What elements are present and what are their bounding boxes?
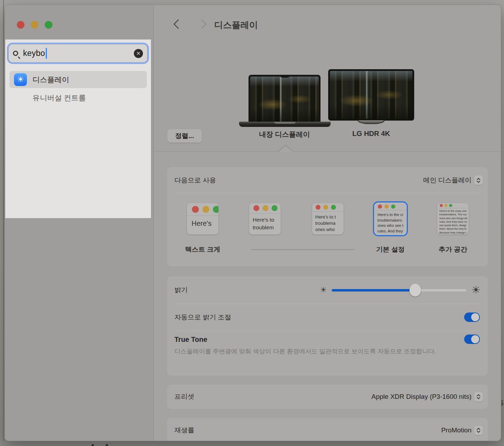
true-tone-label: True Tone bbox=[174, 336, 480, 344]
use-as-row: 다음으로 사용 메인 디스플레이 bbox=[167, 167, 488, 193]
monitor-stand bbox=[358, 120, 385, 124]
backdrop-terminal-strip: ssh-keygen bbox=[0, 441, 504, 446]
toggle-knob bbox=[471, 335, 479, 343]
display-brightness-icon: ☀ bbox=[14, 73, 27, 86]
resolution-option-larger-text[interactable]: Here's bbox=[187, 203, 218, 235]
brightness-row: 밝기 ☀ ☀ bbox=[167, 276, 488, 304]
resolution-option-more-space[interactable]: Here's to the crazy one troublemakers. T… bbox=[437, 203, 469, 235]
clear-search-icon[interactable]: ✕ bbox=[134, 49, 143, 58]
search-panel: keybo ✕ ☀ 디스플레이 유니버설 컨트롤 bbox=[5, 39, 151, 218]
option-label-default: 기본 설정 bbox=[364, 245, 417, 254]
brightness-slider[interactable] bbox=[332, 289, 466, 292]
sidebar-item-label: 디스플레이 bbox=[33, 75, 69, 85]
thumb-text: Here's to the cr troublemakers. ones who… bbox=[375, 210, 406, 234]
option-connector-line bbox=[251, 249, 355, 250]
row-divider bbox=[174, 193, 481, 193]
backdrop-window-edge bbox=[3, 0, 4, 446]
traffic-light-dot bbox=[253, 205, 259, 211]
use-as-dropdown[interactable] bbox=[474, 175, 483, 185]
true-tone-toggle[interactable] bbox=[464, 334, 480, 344]
traffic-light-dot bbox=[378, 204, 382, 209]
true-tone-row: True Tone 디스플레이를 주변광에 맞춰 색상이 다른 환경에서도 일관… bbox=[167, 331, 488, 375]
use-as-value: 메인 디스플레이 bbox=[423, 176, 471, 185]
traffic-light-dot bbox=[323, 205, 328, 210]
thumb-titlebar bbox=[187, 203, 218, 216]
sidebar-item-label: 유니버설 컨트롤 bbox=[33, 93, 86, 103]
thumb-titlebar bbox=[437, 203, 469, 208]
true-tone-description: 디스플레이를 주변광에 맞춰 색상이 다른 환경에서도 일관적으로 보이도록 자… bbox=[174, 347, 440, 356]
brightness-label: 밝기 bbox=[174, 286, 188, 295]
refresh-rate-row: 재생률 ProMotion bbox=[167, 418, 488, 441]
traffic-light-dot bbox=[316, 205, 321, 210]
traffic-light-dot bbox=[384, 204, 389, 209]
page-title: 디스플레이 bbox=[214, 19, 258, 31]
laptop-notch bbox=[280, 75, 289, 78]
thumb-titlebar bbox=[249, 203, 281, 214]
backdrop-code-text: ssh-keygen bbox=[76, 442, 155, 446]
auto-brightness-toggle[interactable] bbox=[464, 312, 480, 322]
screen: { "window": { "controls": { "close": "cl… bbox=[0, 0, 504, 446]
auto-brightness-row: 자동으로 밝기 조절 bbox=[167, 304, 488, 331]
use-as-label: 다음으로 사용 bbox=[174, 176, 216, 185]
thumb-text: Here's to t troublema ones who bbox=[312, 212, 344, 233]
preset-value: Apple XDR Display (P3-1600 nits) bbox=[372, 393, 471, 401]
sidebar: keybo ✕ ☀ 디스플레이 유니버설 컨트롤 bbox=[5, 5, 153, 441]
display-preview-area: 내장 디스플레이 LG HDR 4K 정렬... bbox=[154, 39, 501, 152]
search-value: keybo bbox=[23, 49, 45, 58]
thumb-titlebar bbox=[312, 203, 344, 212]
traffic-light-dot bbox=[202, 206, 209, 213]
traffic-light-dot bbox=[262, 205, 268, 211]
refresh-rate-dropdown[interactable] bbox=[474, 426, 483, 435]
brightness-card: 밝기 ☀ ☀ 자동으로 밝기 조절 True bbox=[167, 276, 488, 375]
traffic-light-dot bbox=[449, 204, 452, 207]
auto-brightness-label: 자동으로 밝기 조절 bbox=[174, 313, 231, 322]
slider-knob[interactable] bbox=[409, 284, 421, 297]
refresh-rate-label: 재생률 bbox=[174, 426, 194, 435]
external-display-preview[interactable] bbox=[328, 69, 414, 121]
traffic-light-dot bbox=[445, 204, 448, 207]
slider-fill bbox=[332, 289, 415, 292]
traffic-light-dot bbox=[192, 206, 199, 213]
resolution-option-3[interactable]: Here's to t troublema ones who bbox=[312, 203, 344, 235]
preset-label: 프리셋 bbox=[174, 392, 194, 401]
minimize-button[interactable] bbox=[31, 21, 38, 29]
option-label-more-space: 추가 공간 bbox=[427, 245, 479, 254]
traffic-light-dot bbox=[213, 206, 218, 213]
external-display-label: LG HDR 4K bbox=[319, 130, 424, 138]
search-input[interactable]: keybo ✕ bbox=[9, 44, 147, 62]
brightness-high-sun-icon: ☀ bbox=[471, 285, 481, 295]
search-icon bbox=[13, 51, 18, 56]
system-settings-window: keybo ✕ ☀ 디스플레이 유니버설 컨트롤 디스플레이 bbox=[5, 5, 501, 441]
traffic-light-dot bbox=[391, 204, 395, 209]
traffic-light-dot bbox=[440, 204, 443, 207]
forward-chevron-icon[interactable] bbox=[198, 20, 207, 29]
back-chevron-icon[interactable] bbox=[173, 20, 182, 29]
toggle-knob bbox=[471, 313, 479, 321]
close-button[interactable] bbox=[17, 21, 24, 29]
refresh-rate-value: ProMotion bbox=[441, 426, 471, 434]
traffic-light-dot bbox=[272, 205, 278, 211]
builtin-display-preview[interactable] bbox=[249, 75, 321, 122]
settings-content: 다음으로 사용 메인 디스플레이 Here's bbox=[154, 152, 501, 441]
selected-display-callout-fill bbox=[278, 146, 293, 152]
main-panel: 디스플레이 내장 디스플레이 LG HDR 4K 정렬... 다음으로 사용 메 bbox=[154, 5, 501, 441]
display-mode-card: 다음으로 사용 메인 디스플레이 Here's bbox=[167, 167, 488, 266]
preset-dropdown[interactable] bbox=[474, 392, 483, 402]
thumb-text: Here's to troublem bbox=[249, 214, 281, 231]
sidebar-item-display[interactable]: ☀ 디스플레이 bbox=[9, 71, 147, 88]
arrange-button[interactable]: 정렬... bbox=[167, 129, 202, 143]
resolution-option-default-selected[interactable]: Here's to the cr troublemakers. ones who… bbox=[375, 203, 406, 235]
thumb-text: Here's to the crazy one troublemakers. T… bbox=[437, 208, 469, 235]
option-label-larger-text: 텍스트 크게 bbox=[177, 245, 229, 254]
thumb-text: Here's bbox=[187, 216, 218, 228]
brightness-low-sun-icon: ☀ bbox=[320, 286, 327, 294]
refresh-rate-card: 재생률 ProMotion bbox=[167, 418, 488, 441]
text-caret bbox=[46, 48, 47, 59]
preset-card: 프리셋 Apple XDR Display (P3-1600 nits) bbox=[167, 385, 488, 409]
sidebar-item-universal-control[interactable]: 유니버설 컨트롤 bbox=[9, 91, 147, 105]
traffic-light-dot bbox=[331, 205, 336, 210]
zoom-button[interactable] bbox=[45, 21, 52, 29]
resolution-option-2[interactable]: Here's to troublem bbox=[249, 203, 281, 235]
preset-row: 프리셋 Apple XDR Display (P3-1600 nits) bbox=[167, 385, 488, 409]
thumb-titlebar bbox=[375, 203, 406, 210]
